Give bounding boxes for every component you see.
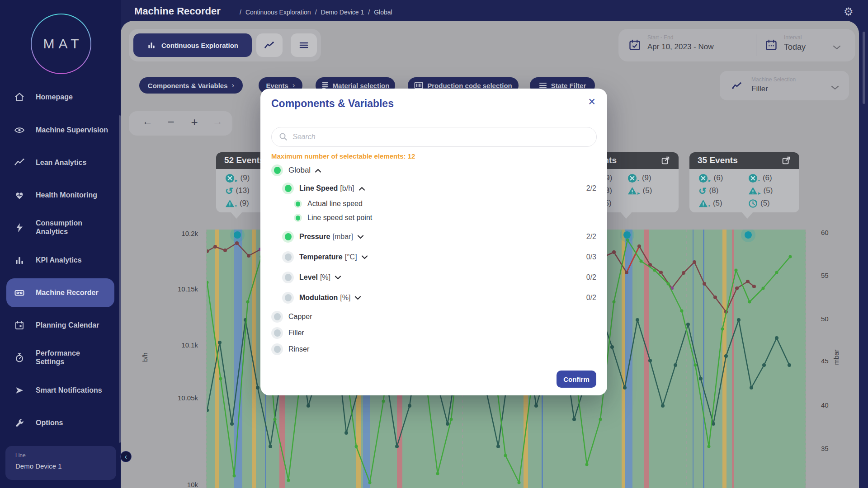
sidebar-item-machine-recorder[interactable]: Machine Recorder: [0, 284, 118, 302]
x-circle-icon: [748, 174, 758, 183]
right-axis-unit: mbar: [832, 349, 840, 365]
breadcrumb: / Continuous Exploration / Demo Device 1…: [240, 9, 392, 16]
breadcrumb-item[interactable]: Demo Device 1: [321, 9, 364, 16]
radio-selected[interactable]: [282, 183, 294, 194]
dot-selected[interactable]: [294, 214, 302, 222]
tree-item-level[interactable]: Level[%] 0/2: [271, 271, 596, 284]
sidebar-item-options[interactable]: Options: [0, 414, 118, 432]
right-axis-tick: 55: [821, 272, 848, 279]
tree-item-line-speed-set-point[interactable]: Line speed set point: [271, 211, 596, 224]
radio-unselected[interactable]: [271, 343, 283, 355]
confirm-button[interactable]: Confirm: [557, 371, 596, 388]
radio-unselected[interactable]: [271, 311, 283, 323]
calendar-icon: [765, 39, 778, 53]
nav-forward-button[interactable]: →: [208, 115, 226, 131]
right-axis-tick: 60: [821, 229, 848, 236]
chevron-down-icon[interactable]: [361, 255, 368, 259]
selection-count: 2/2: [586, 233, 596, 241]
breadcrumb-item[interactable]: Global: [374, 9, 392, 16]
list-view-button[interactable]: [291, 33, 317, 57]
sidebar-item-kpi-analytics[interactable]: KPI Analytics: [0, 251, 118, 269]
chip-label: Production code selection: [427, 82, 512, 89]
tree-item-pressure[interactable]: Pressure[mbar] 2/2: [271, 230, 596, 243]
radio-selected[interactable]: [282, 231, 294, 243]
tree-item-rinser[interactable]: Rinser: [271, 343, 596, 356]
chevron-down-icon[interactable]: [831, 84, 839, 92]
page-title: Machine Recorder: [134, 5, 221, 17]
event-stat: ▪ (5): [698, 198, 722, 209]
warning-triangle-icon: [627, 186, 637, 196]
nav-back-button[interactable]: ←: [138, 115, 156, 131]
radio-unselected[interactable]: [282, 251, 294, 263]
sidebar-scrollbar[interactable]: [119, 115, 121, 443]
chevron-down-icon[interactable]: [357, 235, 364, 239]
sidebar-item-machine-supervision[interactable]: Machine Supervision: [0, 117, 118, 143]
undo-icon: ↺: [698, 186, 707, 196]
filter-lines-icon: [539, 82, 547, 89]
left-axis-tick: 10.15k: [159, 285, 198, 293]
sidebar-collapse-button[interactable]: ‹: [120, 451, 132, 462]
close-icon[interactable]: ×: [588, 96, 595, 108]
bolt-icon: [14, 222, 25, 233]
tree-item-temperature[interactable]: Temperature[°C] 0/3: [271, 251, 596, 263]
chevron-up-icon[interactable]: [359, 187, 365, 191]
left-axis-tick: 10k: [159, 481, 198, 488]
interval-label: Interval: [784, 34, 806, 41]
app-root: Machine Recorder / Continuous Exploratio…: [0, 0, 868, 488]
event-stat: ▪ (9): [225, 198, 249, 209]
search-input[interactable]: [292, 133, 589, 141]
external-link-icon[interactable]: [660, 155, 670, 165]
event-badge-title: 52 Events: [224, 155, 264, 165]
sidebar-item-smart-notifications[interactable]: Smart Notifications: [0, 378, 118, 403]
tree-item-filler[interactable]: Filler: [271, 327, 596, 339]
sidebar-item-health-monitoring[interactable]: Health Monitoring: [0, 186, 118, 204]
chevron-down-icon[interactable]: [335, 276, 341, 280]
stopwatch-icon: [14, 352, 25, 363]
play-marker-icon: ▸: [708, 178, 711, 183]
event-badge-body: ▸ (6) ↺ (8) ▪ (5) ▪ (6) ▸ (5): [689, 169, 799, 212]
tree-item-modulation[interactable]: Modulation[%] 0/2: [271, 291, 596, 304]
sidebar-item-performance-settings[interactable]: Performance Settings: [0, 345, 118, 371]
interval-select[interactable]: Interval Today: [784, 34, 806, 52]
tree-item-global[interactable]: Global: [271, 164, 596, 177]
chevron-down-icon[interactable]: [833, 43, 841, 52]
breadcrumb-item[interactable]: Continuous Exploration: [245, 9, 311, 16]
zoom-out-button[interactable]: −: [162, 115, 180, 131]
square-marker-icon: ▪: [637, 178, 639, 183]
page-scrollbar[interactable]: [863, 32, 865, 104]
chevron-up-icon[interactable]: [315, 169, 321, 173]
sidebar-item-planning-calendar[interactable]: Planning Calendar: [0, 313, 118, 338]
chip-components-variables[interactable]: Components & Variables ›: [139, 77, 243, 94]
play-marker-icon: ▸: [637, 190, 640, 196]
date-range-field[interactable]: Start - End Apr 10, 2023 - Now: [647, 34, 713, 52]
dot-selected[interactable]: [294, 200, 302, 208]
tab-continuous-exploration[interactable]: Continuous Exploration: [133, 33, 252, 57]
line-view-button[interactable]: [256, 33, 283, 57]
tree-item-actual-line-speed[interactable]: Actual line speed: [271, 197, 596, 210]
sidebar-item-homepage[interactable]: Homepage: [0, 88, 118, 106]
selection-count: 0/3: [586, 253, 596, 261]
recorder-cassette-icon: [14, 287, 25, 298]
radio-selected[interactable]: [271, 164, 283, 176]
sidebar: MAT Homepage Machine Supervision Lean An…: [0, 0, 121, 488]
event-stat: ▸ (5): [627, 185, 652, 196]
square-marker-icon: ▪: [235, 203, 237, 208]
radio-unselected[interactable]: [282, 292, 294, 304]
tree-item-line-speed[interactable]: Line Speed[b/h] 2/2: [271, 182, 596, 195]
external-link-icon[interactable]: [781, 155, 791, 165]
tree-item-capper[interactable]: Capper: [271, 310, 596, 323]
radio-unselected[interactable]: [271, 327, 283, 339]
radio-unselected[interactable]: [282, 272, 294, 283]
zoom-in-button[interactable]: +: [185, 115, 203, 131]
settings-gear-icon[interactable]: ⚙: [844, 5, 854, 18]
device-card[interactable]: Line Demo Device 1: [5, 446, 116, 480]
chevron-down-icon[interactable]: [354, 296, 361, 300]
sidebar-item-consumption-analytics[interactable]: Consumption Analytics: [0, 215, 118, 240]
home-icon: [14, 92, 25, 103]
sidebar-item-lean-analytics[interactable]: Lean Analytics: [0, 154, 118, 172]
trend-line-icon: [14, 157, 25, 168]
search-box[interactable]: [271, 127, 597, 147]
breadcrumb-separator: /: [315, 9, 317, 16]
divider: [756, 34, 756, 56]
play-marker-icon: ▸: [235, 178, 238, 183]
